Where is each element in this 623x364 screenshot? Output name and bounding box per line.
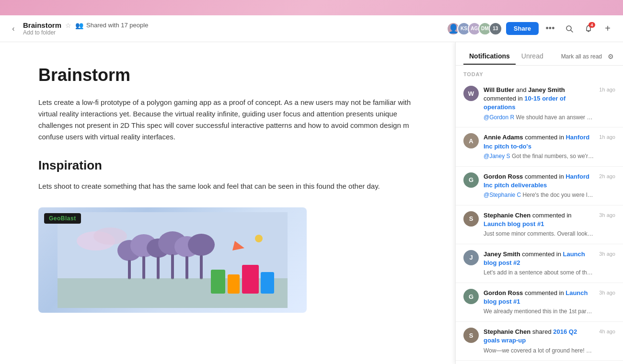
svg-rect-13: [157, 257, 160, 279]
notif-name-5: Janey Smith: [484, 250, 520, 258]
search-icon: [565, 25, 573, 33]
notification-tabs: Notifications Unread: [463, 48, 549, 65]
star-icon[interactable]: ☆: [65, 22, 71, 29]
notification-item-6[interactable]: G Gordon Ross commented in Launch blog p…: [456, 283, 623, 322]
document-content: Brainstorm Lets create a low-fi prototyp…: [0, 42, 455, 364]
notif-time-4: 3h ago: [599, 212, 615, 238]
notif-preview-3: @Stephanie C Here's the doc you were loo…: [484, 191, 594, 199]
mark-all-read-button[interactable]: Mark all as read: [561, 53, 602, 60]
avatar-annie-adams: A: [463, 133, 479, 148]
shared-people-button[interactable]: 👥 Shared with 17 people: [75, 22, 148, 29]
notification-badge: 4: [588, 22, 595, 28]
notif-preview-2: @Janey S Got the final numbers, so we're…: [484, 152, 594, 160]
inspiration-heading: Inspiration: [38, 158, 417, 173]
notif-name-1b: Janey Smith: [528, 86, 565, 93]
notif-main-6: Gordon Ross commented in Launch blog pos…: [484, 289, 594, 306]
notification-settings-button[interactable]: ⚙: [606, 52, 615, 61]
top-decorative-bar: [0, 0, 623, 15]
document-heading: Brainstorm: [38, 65, 417, 85]
notif-time-6: 3h ago: [599, 290, 615, 316]
avatar-will-butler: W: [463, 86, 479, 101]
svg-line-1: [571, 30, 573, 32]
notif-main-3: Gordon Ross commented in Hanford Inc pit…: [484, 172, 594, 190]
document-image: GeoBlast: [38, 207, 307, 313]
search-button[interactable]: [562, 21, 577, 36]
section-today-label: TODAY: [456, 66, 623, 80]
shared-people-label: Shared with 17 people: [86, 22, 148, 29]
notification-item-4[interactable]: S Stephanie Chen commented in Launch blo…: [456, 205, 623, 244]
avatar-stephanie-chen: S: [463, 211, 479, 227]
more-options-button[interactable]: •••: [542, 21, 558, 36]
notif-name-3: Gordon Ross: [484, 173, 523, 180]
notif-preview-6: We already mentioned this in the 1st par…: [484, 307, 594, 316]
share-button[interactable]: Share: [506, 22, 539, 35]
svg-point-23: [255, 235, 263, 242]
notification-header-row: Notifications Unread Mark all as read ⚙: [463, 48, 615, 65]
svg-rect-21: [261, 272, 274, 294]
svg-rect-16: [200, 255, 203, 279]
add-button[interactable]: +: [600, 21, 615, 36]
header-left: ‹ Brainstorm ☆ 👥 Shared with 17 people A…: [8, 21, 447, 36]
svg-point-10: [188, 234, 215, 256]
notif-main-7: Stephanie Chen shared 2016 Q2 goals wrap…: [484, 328, 594, 345]
document-paragraph-1: Lets create a low-fi prototype of a poly…: [38, 97, 417, 143]
avatar-count[interactable]: 13: [489, 22, 502, 35]
svg-rect-20: [242, 265, 259, 294]
svg-rect-11: [128, 260, 131, 279]
doc-title-area: Brainstorm ☆ 👥 Shared with 17 people Add…: [23, 21, 148, 36]
notif-content-4: Stephanie Chen commented in Launch blog …: [484, 211, 594, 238]
notif-main-2: Annie Adams commented in Hanford Inc pit…: [484, 133, 594, 150]
notif-preview-7: Wow—we covered a lot of ground here! Sho…: [484, 347, 594, 355]
header-right: 👤 KS AG DM 13 Share ••• 4 +: [447, 21, 615, 36]
doc-title-row: Brainstorm ☆ 👥 Shared with 17 people: [23, 21, 148, 29]
back-button[interactable]: ‹: [8, 23, 19, 34]
geoblast-badge: GeoBlast: [44, 213, 81, 224]
notif-main-1: Will Butler and Janey Smith commented in…: [484, 86, 594, 112]
notif-content-1: Will Butler and Janey Smith commented in…: [484, 86, 594, 121]
notif-time-3: 2h ago: [599, 173, 615, 199]
notifications-button[interactable]: 4: [581, 21, 596, 36]
avatar-stephanie-chen-2: S: [463, 328, 479, 343]
notif-time-1: 1h ago: [599, 87, 615, 121]
notif-link-1[interactable]: 10-15 order of operations: [484, 95, 565, 111]
notification-item-3[interactable]: G Gordon Ross commented in Hanford Inc p…: [456, 167, 623, 205]
notif-preview-4: Just some minor comments. Overall looks …: [484, 230, 594, 238]
svg-rect-14: [171, 254, 174, 279]
notif-name-7: Stephanie Chen: [484, 328, 531, 335]
notification-item-1[interactable]: W Will Butler and Janey Smith commented …: [456, 80, 623, 127]
avatars-group: 👤 KS AG DM 13: [447, 22, 502, 35]
notification-item-5[interactable]: J Janey Smith commented in Launch blog p…: [456, 244, 623, 283]
add-to-folder-link[interactable]: Add to folder: [23, 29, 148, 36]
svg-rect-19: [228, 274, 240, 294]
notification-item-2[interactable]: A Annie Adams commented in Hanford Inc p…: [456, 127, 623, 166]
notification-item-7[interactable]: S Stephanie Chen shared 2016 Q2 goals wr…: [456, 322, 623, 361]
notif-content-3: Gordon Ross commented in Hanford Inc pit…: [484, 172, 594, 199]
avatar-gordon-ross-2: G: [463, 289, 479, 304]
notification-list: TODAY W Will Butler and Janey Smith comm…: [456, 66, 623, 364]
people-icon: 👥: [75, 22, 83, 29]
notif-time-5: 3h ago: [599, 251, 615, 277]
svg-point-4: [93, 228, 127, 245]
notif-name-1: Will Butler: [484, 86, 514, 93]
notif-content-2: Annie Adams commented in Hanford Inc pit…: [484, 133, 594, 160]
tab-notifications[interactable]: Notifications: [463, 48, 516, 65]
svg-rect-18: [211, 270, 225, 294]
illustration-svg: [58, 212, 288, 308]
document-title: Brainstorm: [23, 21, 61, 29]
notif-main-5: Janey Smith commented in Launch blog pos…: [484, 250, 594, 267]
notif-preview-5: Let's add in a sentence about some of th…: [484, 269, 594, 277]
notification-header: Notifications Unread Mark all as read ⚙: [456, 42, 623, 66]
geoblast-text-white: Geo: [49, 215, 61, 222]
notif-preview-1: @Gordon R We should have an answer on th…: [484, 114, 594, 122]
svg-rect-15: [185, 256, 188, 279]
main-area: Brainstorm Lets create a low-fi prototyp…: [0, 42, 623, 364]
tab-unread[interactable]: Unread: [516, 48, 549, 65]
mention-janey: @Janey S: [484, 153, 510, 159]
notif-link-4[interactable]: Launch blog post #1: [484, 220, 544, 228]
notif-name-6: Gordon Ross: [484, 289, 523, 296]
notif-main-4: Stephanie Chen commented in Launch blog …: [484, 211, 594, 228]
avatar-janey-smith: J: [463, 250, 479, 265]
header-bar: ‹ Brainstorm ☆ 👥 Shared with 17 people A…: [0, 15, 623, 42]
avatar-gordon-ross: G: [463, 172, 479, 188]
geoblast-text-green: Blast: [61, 215, 76, 222]
